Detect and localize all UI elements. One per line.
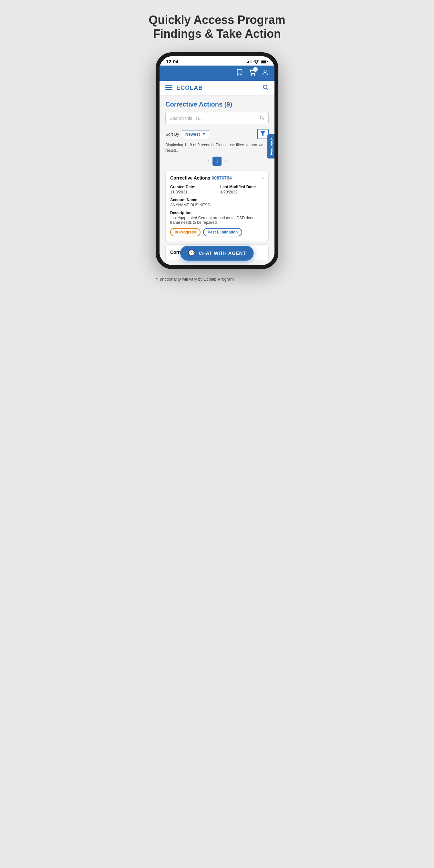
phone-frame: 12:04: [156, 52, 278, 269]
description-label: Description: [170, 211, 264, 215]
svg-line-12: [263, 119, 264, 120]
sort-dropdown[interactable]: Newest ▼: [182, 130, 209, 138]
svg-rect-8: [165, 89, 173, 90]
svg-point-11: [260, 116, 263, 119]
in-progress-tag[interactable]: In Progress: [170, 228, 200, 237]
signal-bars-icon: [247, 60, 252, 63]
modified-date-label: Last Modified Date:: [220, 185, 264, 189]
svg-point-4: [254, 74, 255, 75]
svg-rect-2: [261, 60, 266, 63]
nav-bar: ECOLAB: [159, 81, 275, 96]
pest-elimination-tag[interactable]: Pest Elimination: [203, 228, 242, 237]
main-content: Feedback Corrective Actions (9) Search t…: [159, 96, 275, 265]
svg-marker-13: [260, 131, 266, 136]
search-bar[interactable]: Search this list...: [165, 112, 269, 124]
sort-arrow-icon: ▼: [202, 132, 206, 136]
feedback-tab[interactable]: Feedback: [268, 134, 275, 159]
signal-bar-1: [247, 62, 248, 63]
page-headline: Quickly Access Program Findings & Take A…: [142, 13, 292, 41]
created-date-field: Created Date: 11/8/2021: [170, 185, 214, 194]
signal-bar-3: [250, 61, 251, 63]
svg-line-10: [267, 89, 268, 90]
account-field: Account Name ANYNAME BUSINESS: [170, 197, 264, 207]
sort-label: Sort By: [165, 132, 179, 136]
card-id-link[interactable]: 00876794: [212, 175, 231, 181]
app-header-bar: 0: [159, 66, 275, 81]
created-date-label: Created Date:: [170, 185, 214, 189]
chat-dots-icon: 💬: [188, 250, 195, 257]
page-title: Corrective Actions (9): [165, 101, 269, 108]
user-icon[interactable]: [261, 69, 269, 78]
sort-row: Sort By Newest ▼: [165, 129, 269, 139]
nav-left: ECOLAB: [165, 84, 203, 92]
cart-icon[interactable]: 0: [249, 69, 256, 78]
dates-row: Created Date: 11/8/2021 Last Modified Da…: [170, 185, 264, 194]
filter-button[interactable]: [257, 129, 269, 139]
description-field: Description -hole/gap noted Cement aroun…: [170, 211, 264, 225]
ecolab-logo: ECOLAB: [176, 85, 203, 91]
next-page-icon[interactable]: ›: [225, 158, 226, 164]
status-icons: [247, 59, 268, 64]
search-bar-icon: [259, 115, 265, 121]
wifi-icon: [253, 59, 259, 64]
filter-icon: [260, 131, 266, 137]
status-bar: 12:04: [159, 56, 275, 66]
description-value: -hole/gap noted Cement around metal DSD …: [170, 216, 264, 225]
phone-notch: [213, 52, 221, 56]
signal-bar-4: [251, 60, 252, 63]
corrective-action-card-1[interactable]: Corrective Actions 00876794 › Created Da…: [165, 170, 269, 241]
page-wrapper: Quickly Access Program Findings & Take A…: [135, 0, 299, 294]
sort-value: Newest: [185, 132, 200, 136]
account-value: ANYNAME BUSINESS: [170, 203, 264, 207]
bookmark-icon[interactable]: [237, 69, 243, 78]
card-header: Corrective Actions 00876794 ›: [170, 175, 264, 181]
current-page[interactable]: 1: [213, 157, 221, 166]
card-title: Corrective Actions: [170, 175, 210, 181]
created-date-value: 11/8/2021: [170, 190, 214, 194]
cart-badge: 0: [253, 67, 258, 72]
svg-point-5: [264, 70, 266, 72]
modified-date-field: Last Modified Date: 1/20/2022: [220, 185, 264, 194]
chat-button-label: CHAT WITH AGENT: [198, 250, 246, 256]
chat-with-agent-button[interactable]: 💬 CHAT WITH AGENT: [180, 246, 253, 260]
hamburger-icon[interactable]: [165, 84, 173, 92]
pagination: ‹ 1 ›: [165, 157, 269, 166]
footnote: *Functionality will vary by Ecolab Progr…: [156, 277, 278, 282]
signal-bar-2: [248, 61, 249, 63]
svg-point-3: [251, 74, 252, 75]
svg-point-9: [263, 85, 267, 89]
status-time: 12:04: [166, 59, 178, 64]
phone-screen: 12:04: [159, 56, 275, 265]
prev-page-icon[interactable]: ‹: [208, 158, 209, 164]
search-input[interactable]: Search this list...: [169, 116, 259, 121]
svg-rect-7: [165, 87, 173, 88]
search-icon[interactable]: [262, 84, 269, 92]
battery-icon: [261, 60, 268, 64]
modified-date-value: 1/20/2022: [220, 190, 264, 194]
account-label: Account Name: [170, 197, 264, 202]
card-chevron-icon[interactable]: ›: [262, 175, 264, 181]
svg-rect-1: [267, 61, 268, 62]
tags-row: In Progress Pest Elimination: [170, 228, 264, 237]
svg-rect-6: [165, 85, 173, 86]
records-info: Displaying 1 - 9 of 9 records. Please us…: [165, 143, 269, 153]
